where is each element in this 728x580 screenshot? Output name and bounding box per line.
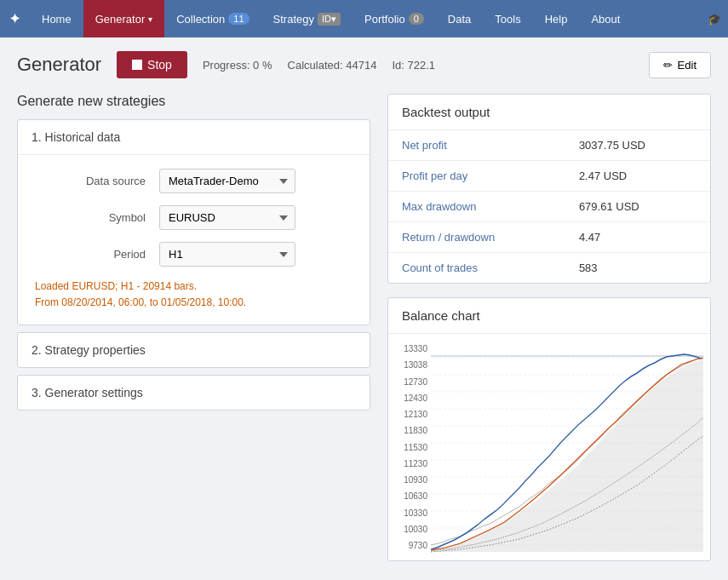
stop-label: Stop [147, 58, 172, 72]
nav-item-about[interactable]: About [579, 0, 632, 37]
symbol-label: Symbol [35, 211, 146, 224]
metric-row-max-drawdown: Max drawdown 679.61 USD [388, 192, 710, 222]
data-source-row: Data source MetaTrader-Demo [35, 169, 353, 193]
edit-pencil-icon: ✏ [663, 59, 673, 72]
nav-item-generator[interactable]: Generator ▾ [83, 0, 165, 37]
period-select[interactable]: H1 [159, 242, 295, 267]
strategy-properties-label: 2. Strategy properties [32, 343, 146, 357]
balance-chart-svg [431, 341, 703, 554]
period-label: Period [35, 248, 146, 261]
chart-y-label: 9730 [395, 541, 427, 550]
strategy-properties-header[interactable]: 2. Strategy properties [18, 333, 370, 367]
metric-label-net-profit: Net profit [388, 130, 565, 161]
nav-item-home[interactable]: Home [30, 0, 83, 37]
chart-container: 1333013038127301243012130118301153011230… [388, 334, 710, 560]
generator-settings-label: 3. Generator settings [32, 386, 143, 399]
info-line1: Loaded EURUSD; H1 - 20914 bars. [35, 279, 353, 295]
svg-marker-13 [431, 359, 703, 552]
nav-item-tools[interactable]: Tools [483, 0, 532, 37]
strategy-badge: ID▾ [318, 13, 341, 26]
progress-label: Progress: 0 % [203, 59, 272, 72]
stop-button[interactable]: Stop [117, 51, 187, 78]
period-row: Period H1 [35, 242, 353, 267]
edit-button[interactable]: ✏ Edit [649, 52, 711, 78]
nav-item-collection[interactable]: Collection 11 [164, 0, 261, 37]
chart-y-label: 13330 [395, 344, 427, 353]
metric-row-return-drawdown: Return / drawdown 4.47 [388, 222, 710, 253]
chart-y-label: 11230 [395, 459, 427, 468]
nav-label-portfolio: Portfolio [364, 13, 405, 26]
balance-title: Balance chart [388, 298, 710, 334]
chart-y-label: 10030 [395, 525, 427, 534]
nav-label-collection: Collection [176, 13, 225, 26]
metric-row-count-trades: Count of trades 583 [388, 253, 710, 284]
chart-y-label: 12430 [395, 393, 427, 403]
page-header: Generator Stop Progress: 0 % Calculated:… [17, 51, 711, 78]
backtest-table: Net profit 3037.75 USD Profit per day 2.… [388, 130, 710, 283]
metric-label-profit-per-day: Profit per day [388, 161, 565, 192]
chart-y-label: 13038 [395, 360, 427, 370]
metric-label-return-drawdown: Return / drawdown [388, 222, 565, 253]
chart-y-label: 10630 [395, 491, 427, 501]
metric-value-return-drawdown: 4.47 [565, 222, 710, 253]
nav-logo: ✦ [0, 9, 30, 28]
nav-item-strategy[interactable]: Strategy ID▾ [261, 0, 353, 37]
metric-value-net-profit: 3037.75 USD [565, 130, 710, 161]
strategy-properties-card: 2. Strategy properties [17, 332, 370, 368]
info-line2: From 08/20/2014, 06:00, to 01/05/2018, 1… [35, 295, 353, 311]
backtest-title: Backtest output [388, 95, 710, 130]
main-layout: Generate new strategies 1. Historical da… [17, 94, 711, 561]
edit-label: Edit [678, 59, 696, 72]
nav-item-portfolio[interactable]: Portfolio 0 [353, 0, 436, 37]
chart-y-label: 11530 [395, 443, 427, 452]
section-title: Generate new strategies [17, 94, 370, 109]
portfolio-badge: 0 [409, 13, 424, 25]
historical-data-body: Data source MetaTrader-Demo Symbol EURUS… [18, 155, 370, 324]
nav-label-tools: Tools [495, 13, 520, 26]
metric-label-count-trades: Count of trades [388, 253, 565, 284]
symbol-row: Symbol EURUSD [35, 205, 353, 230]
nav-label-about: About [591, 13, 620, 26]
historical-data-header[interactable]: 1. Historical data [18, 120, 370, 155]
nav-label-home: Home [42, 13, 72, 26]
nav-item-help[interactable]: Help [533, 0, 580, 37]
metric-row-profit-per-day: Profit per day 2.47 USD [388, 161, 710, 192]
nav-label-data: Data [448, 13, 471, 26]
historical-data-card: 1. Historical data Data source MetaTrade… [17, 119, 370, 325]
data-source-select[interactable]: MetaTrader-Demo [159, 169, 295, 193]
generator-settings-header[interactable]: 3. Generator settings [18, 376, 370, 410]
chart-y-label: 11830 [395, 426, 427, 435]
nav-graduation: 🎓 [708, 13, 721, 26]
chart-y-label: 10330 [395, 508, 427, 518]
nav-label-help: Help [545, 13, 568, 26]
balance-card: Balance chart 13330130381273012430121301… [387, 297, 711, 561]
collection-badge: 11 [228, 13, 249, 25]
calculated-label: Calculated: 44714 [288, 59, 377, 72]
metric-value-profit-per-day: 2.47 USD [565, 161, 710, 192]
chart-y-labels: 1333013038127301243012130118301153011230… [395, 341, 431, 554]
metric-value-count-trades: 583 [565, 253, 710, 284]
progress-info: Progress: 0 % Calculated: 44714 Id: 722.… [203, 59, 435, 72]
symbol-select[interactable]: EURUSD [159, 205, 295, 230]
metric-label-max-drawdown: Max drawdown [388, 192, 565, 222]
metric-value-max-drawdown: 679.61 USD [565, 192, 710, 222]
data-source-label: Data source [35, 175, 146, 187]
page-content: Generator Stop Progress: 0 % Calculated:… [0, 37, 728, 575]
historical-data-label: 1. Historical data [32, 130, 120, 144]
metric-row-net-profit: Net profit 3037.75 USD [388, 130, 710, 161]
generator-settings-card: 3. Generator settings [17, 375, 370, 411]
id-label: Id: 722.1 [392, 59, 435, 72]
left-panel: Generate new strategies 1. Historical da… [17, 94, 370, 561]
backtest-card: Backtest output Net profit 3037.75 USD P… [387, 94, 711, 284]
chart-y-label: 12130 [395, 410, 427, 419]
nav-label-generator: Generator [95, 13, 146, 26]
generator-dropdown-icon: ▾ [148, 14, 152, 24]
nav-item-data[interactable]: Data [436, 0, 483, 37]
loaded-info: Loaded EURUSD; H1 - 20914 bars. From 08/… [35, 279, 353, 311]
nav-bar: ✦ Home Generator ▾ Collection 11 Strateg… [0, 0, 728, 37]
stop-icon [132, 60, 142, 70]
page-title: Generator [17, 54, 101, 76]
chart-y-label: 10930 [395, 475, 427, 485]
chart-area [431, 341, 703, 554]
right-panel: Backtest output Net profit 3037.75 USD P… [387, 94, 711, 561]
